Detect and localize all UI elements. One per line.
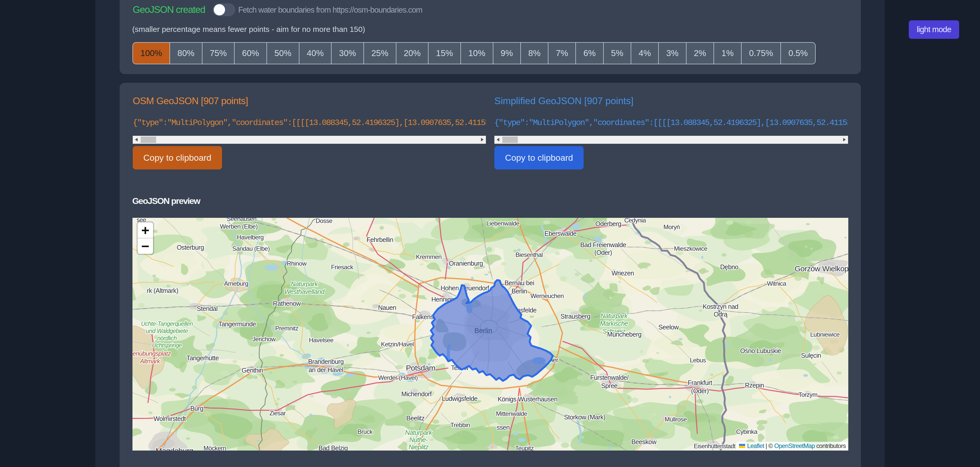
svg-text:Lubniewice: Lubniewice [810, 331, 840, 338]
svg-text:Mieszkowice: Mieszkowice [674, 245, 707, 252]
svg-text:Seehausen: Seehausen [227, 218, 256, 222]
svg-text:Cybinka: Cybinka [736, 428, 758, 435]
svg-text:rk (Altmark): rk (Altmark) [147, 287, 178, 294]
svg-text:Ludwigsfelde: Ludwigsfelde [442, 395, 478, 402]
svg-text:Mittenwalde: Mittenwalde [496, 410, 527, 417]
svg-text:Uchte-Tangerquellen: Uchte-Tangerquellen [141, 321, 192, 327]
svg-text:Nieplitz: Nieplitz [409, 443, 428, 451]
svg-text:ssen: ssen [497, 424, 509, 431]
svg-text:Stendal: Stendal [197, 305, 218, 312]
svg-text:Müllrose: Müllrose [665, 416, 687, 423]
svg-text:Witnica: Witnica [767, 280, 787, 287]
svg-text:Storkow (Mark): Storkow (Mark) [564, 413, 605, 421]
svg-text:Friesack: Friesack [331, 264, 353, 270]
svg-text:Naturpark: Naturpark [405, 429, 433, 436]
svg-text:Torzym: Torzym [799, 391, 818, 398]
svg-text:Beelitz: Beelitz [406, 415, 425, 422]
svg-text:oenübungsplatz: oenübungsplatz [132, 350, 171, 357]
svg-text:Jerichow: Jerichow [252, 335, 276, 343]
svg-text:Oderberg: Oderberg [595, 220, 621, 227]
svg-text:Nuthe-: Nuthe- [409, 436, 428, 443]
svg-text:Uchtspringe: Uchtspringe [152, 342, 182, 349]
svg-text:Wriezen: Wriezen [611, 270, 634, 277]
svg-text:Sulęcin: Sulęcin [801, 352, 821, 359]
svg-text:Königs Wusterhausen: Königs Wusterhausen [498, 396, 558, 403]
svg-text:Altmark: Altmark [139, 358, 161, 365]
svg-text:Havelberg: Havelberg [237, 234, 264, 241]
svg-text:Tangermünde: Tangermünde [218, 321, 256, 327]
svg-text:Cedynia: Cedynia [624, 218, 646, 224]
svg-text:Kostrzyn nad: Kostrzyn nad [703, 303, 738, 310]
svg-text:Kremmen: Kremmen [416, 253, 442, 260]
svg-text:Trebbin: Trebbin [450, 421, 470, 429]
svg-text:Berlin: Berlin [512, 288, 527, 295]
svg-text:Brück: Brück [358, 428, 373, 435]
svg-text:Rathenow: Rathenow [273, 300, 301, 307]
svg-text:Wolmirstedt: Wolmirstedt [154, 415, 186, 422]
svg-text:nördlich: nördlich [157, 335, 177, 342]
svg-text:Fürstenwalde/: Fürstenwalde/ [590, 374, 628, 381]
svg-text:an der Havel: an der Havel [309, 366, 344, 373]
svg-text:Teupitz: Teupitz [515, 445, 534, 451]
svg-text:Oranienburg: Oranienburg [449, 260, 483, 267]
svg-text:Naturpark: Naturpark [601, 312, 628, 319]
svg-text:Moryń: Moryń [663, 224, 680, 230]
svg-text:Bad Belzig: Bad Belzig [318, 444, 348, 451]
svg-text:Genthin: Genthin [242, 367, 263, 374]
svg-text:Bad Freienwalde: Bad Freienwalde [580, 241, 626, 248]
svg-text:Eisenhüttenstadt: Eisenhüttenstadt [694, 443, 736, 450]
svg-text:Tangerhütte: Tangerhütte [186, 354, 219, 362]
svg-text:Frankfurt: Frankfurt [688, 379, 712, 386]
svg-text:Strausberg: Strausberg [560, 313, 590, 320]
svg-text:Naturpark: Naturpark [291, 280, 318, 288]
svg-text:(Oder): (Oder) [595, 249, 612, 256]
svg-text:Lebus: Lebus [690, 357, 706, 364]
svg-text:Beeskow: Beeskow [631, 438, 657, 445]
svg-text:(Oder): (Oder) [691, 387, 709, 394]
svg-text:Dębno: Dębno [720, 263, 738, 270]
svg-text:Burg: Burg [190, 405, 203, 412]
svg-text:Potsdam: Potsdam [406, 364, 435, 372]
svg-text:Ośno Lubuskie: Ośno Lubuskie [740, 347, 781, 354]
svg-text:Michendorf: Michendorf [401, 390, 432, 397]
svg-text:Brandenburg: Brandenburg [308, 358, 344, 365]
svg-text:und Waldgebiete: und Waldgebiete [146, 327, 188, 334]
svg-text:Rzepin: Rzepin [745, 381, 764, 389]
svg-text:Magdeburg: Magdeburg [156, 446, 193, 451]
svg-text:Odrą: Odrą [714, 311, 727, 318]
svg-text:Biesenthal: Biesenthal [515, 251, 543, 258]
svg-text:Gorzów Wielkopol: Gorzów Wielkopol [795, 264, 848, 273]
svg-text:Werben (Elbe): Werben (Elbe) [220, 223, 258, 230]
svg-text:Möckern: Möckern [204, 445, 226, 451]
svg-text:Werneuchen: Werneuchen [530, 292, 564, 299]
svg-text:Märkische: Märkische [600, 320, 628, 327]
svg-text:Dosse: Dosse [316, 218, 332, 224]
svg-text:Havelsee: Havelsee [309, 337, 334, 343]
svg-text:Ziesar: Ziesar [269, 410, 286, 416]
svg-text:Rhinow: Rhinow [287, 260, 307, 267]
svg-text:Werder (Havel): Werder (Havel) [378, 374, 418, 381]
svg-text:Ketzin/Havel: Ketzin/Havel [381, 341, 414, 348]
svg-text:Westhavelland: Westhavelland [284, 288, 325, 295]
svg-text:Premnitz: Premnitz [275, 325, 298, 332]
svg-text:Fehrbellin: Fehrbellin [366, 236, 393, 243]
svg-text:Bernau bei: Bernau bei [505, 279, 534, 286]
svg-text:Müncheberg: Müncheberg [607, 331, 641, 338]
svg-text:Sandau (Elbe): Sandau (Elbe) [232, 245, 270, 252]
svg-text:Spree: Spree [601, 382, 617, 389]
svg-text:Nauen: Nauen [378, 304, 396, 311]
svg-text:Eberswalde: Eberswalde [544, 230, 577, 237]
svg-text:Seelow: Seelow [659, 324, 679, 331]
svg-text:Liebenwalde: Liebenwalde [487, 220, 519, 227]
svg-text:Osterburg: Osterburg [177, 244, 204, 251]
svg-text:Arneburg: Arneburg [224, 280, 248, 287]
